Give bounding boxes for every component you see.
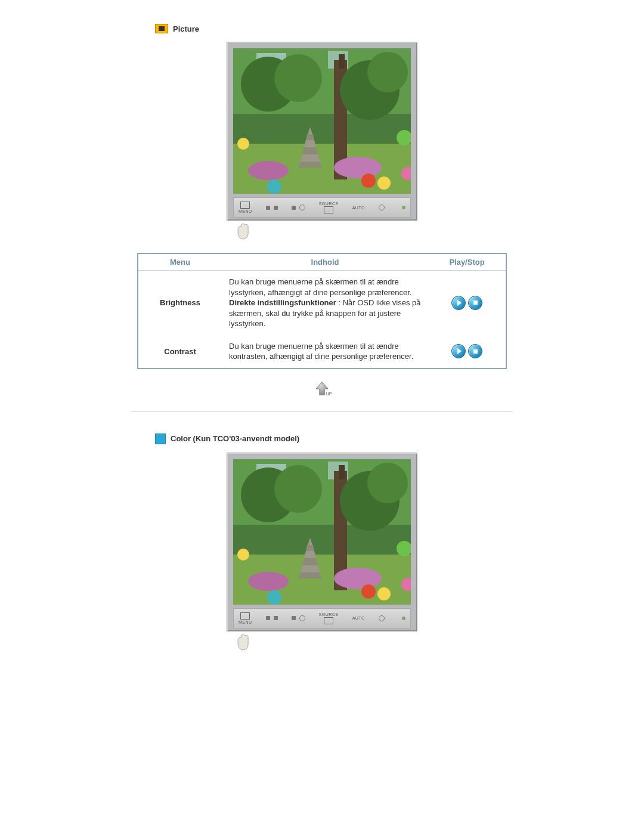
picture-section-title: Picture (173, 24, 199, 33)
section-divider (131, 411, 513, 412)
stop-icon (473, 349, 478, 354)
monitor-illustration-color: MENU SOURCE AUTO (227, 453, 417, 653)
svg-rect-6 (339, 54, 345, 69)
row-label-contrast: Contrast (138, 335, 222, 368)
picture-section-icon (155, 24, 168, 33)
svg-point-33 (274, 465, 322, 513)
stop-icon (473, 301, 478, 305)
panel-label-auto: AUTO (352, 616, 365, 620)
svg-point-49 (237, 549, 249, 561)
play-icon (457, 348, 462, 354)
svg-marker-36 (298, 572, 322, 578)
source-icon (324, 206, 333, 213)
svg-point-44 (267, 590, 281, 605)
section-header-color: Color (Kun TCO'03-anvendt model) (155, 433, 537, 444)
monitor-screen (233, 48, 411, 194)
panel-nav-buttons-2 (292, 205, 305, 210)
cursor-hand-icon (235, 222, 417, 242)
monitor-screen (233, 459, 411, 605)
svg-point-10 (367, 52, 408, 92)
row-play-contrast (428, 335, 506, 368)
play-button[interactable] (451, 296, 466, 310)
svg-rect-31 (339, 465, 345, 479)
svg-marker-12 (300, 154, 320, 162)
power-led-icon (402, 206, 405, 209)
svg-point-46 (377, 587, 391, 600)
menu-icon (240, 612, 250, 620)
menu-icon (240, 202, 250, 209)
power-button-icon (379, 615, 385, 621)
table-header-play: Play/Stop (428, 253, 506, 271)
monitor-illustration-picture: MENU SOURCE AUTO (227, 42, 417, 242)
power-button-icon (379, 205, 385, 210)
svg-marker-11 (298, 162, 322, 168)
svg-marker-14 (304, 140, 316, 147)
panel-label-menu: MENU (239, 620, 252, 624)
svg-point-24 (237, 138, 249, 150)
monitor-frame: MENU SOURCE AUTO (227, 453, 417, 631)
section-header-picture: Picture (155, 24, 537, 33)
stop-button[interactable] (468, 296, 482, 310)
color-section-icon (155, 433, 166, 444)
table-header-menu: Menu (138, 253, 222, 271)
color-section-title: Color (Kun TCO'03-anvendt model) (171, 434, 299, 443)
svg-point-19 (267, 179, 281, 194)
panel-label-menu: MENU (239, 209, 252, 213)
panel-label-source: SOURCE (319, 202, 339, 206)
svg-marker-39 (304, 551, 316, 558)
row-play-brightness (428, 271, 506, 335)
row-content-brightness: Du kan bruge menuerne på skærmen til at … (222, 271, 428, 335)
row-content-contrast: Du kan bruge menuerne på skærmen til at … (222, 335, 428, 368)
svg-point-20 (361, 174, 376, 188)
monitor-frame: MENU SOURCE AUTO (227, 42, 417, 221)
power-led-icon (402, 617, 405, 620)
settings-table: Menu Indhold Play/Stop Brightness Du kan… (137, 253, 507, 369)
svg-point-8 (274, 54, 322, 102)
svg-point-18 (334, 157, 382, 178)
panel-nav-buttons (266, 206, 278, 210)
panel-label-source: SOURCE (319, 612, 339, 617)
svg-point-43 (334, 568, 382, 589)
monitor-button-panel: MENU SOURCE AUTO (233, 197, 411, 218)
svg-point-45 (361, 584, 376, 599)
svg-marker-15 (306, 134, 314, 140)
source-icon (324, 617, 333, 624)
svg-marker-13 (302, 147, 318, 154)
play-icon (457, 300, 462, 306)
up-button[interactable]: UP (311, 380, 333, 402)
up-label: UP (326, 391, 332, 395)
table-header-content: Indhold (222, 253, 428, 271)
stop-button[interactable] (468, 344, 482, 358)
panel-label-auto: AUTO (352, 206, 365, 210)
svg-point-42 (248, 572, 289, 591)
play-button[interactable] (451, 344, 466, 358)
table-row: Contrast Du kan bruge menuerne på skærme… (138, 335, 506, 368)
row-text: Du kan bruge menuerne på skærmen til at … (229, 277, 411, 297)
cursor-hand-icon (235, 633, 417, 653)
svg-marker-37 (300, 565, 320, 572)
monitor-button-panel: MENU SOURCE AUTO (233, 608, 411, 628)
svg-marker-38 (302, 558, 318, 565)
row-text: Du kan bruge menuerne på skærmen til at … (229, 342, 413, 361)
table-row: Brightness Du kan bruge menuerne på skær… (138, 271, 506, 335)
svg-point-17 (248, 161, 289, 180)
row-label-brightness: Brightness (138, 271, 222, 335)
panel-nav-buttons-2 (292, 615, 305, 621)
svg-marker-40 (306, 545, 314, 551)
svg-point-35 (367, 463, 408, 503)
svg-point-21 (377, 176, 391, 190)
panel-nav-buttons (266, 616, 278, 620)
row-text-bold: Direkte indstillingsfunktioner (229, 298, 336, 307)
